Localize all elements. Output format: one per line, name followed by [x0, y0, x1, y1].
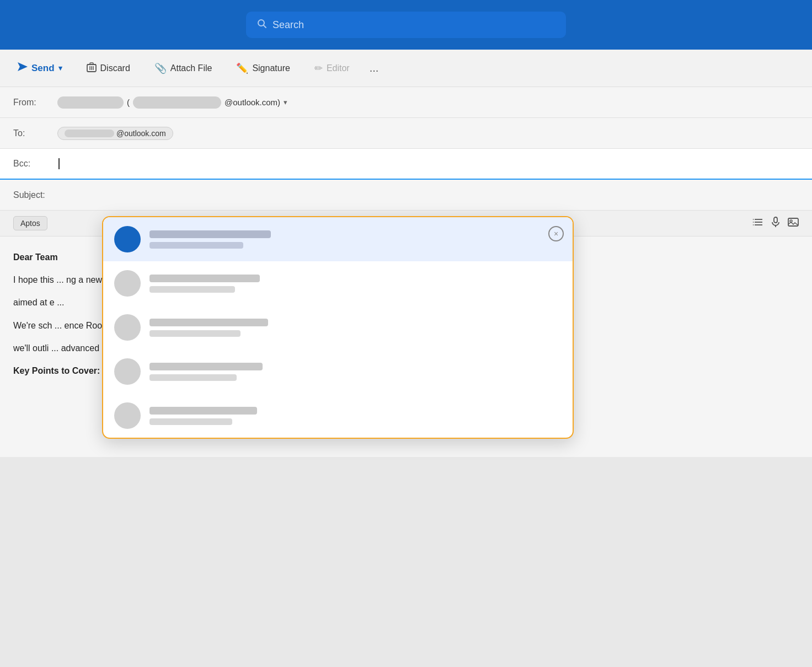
- svg-rect-5: [90, 63, 93, 64]
- to-field[interactable]: To: @outlook.com: [0, 118, 812, 149]
- to-content: @outlook.com: [57, 127, 799, 140]
- recipient-email-suffix: @outlook.com: [116, 129, 166, 138]
- send-chevron-icon[interactable]: ▾: [58, 64, 62, 72]
- recipient-chip[interactable]: @outlook.com: [57, 127, 173, 140]
- bcc-label: Bcc:: [13, 159, 57, 169]
- contact-avatar: [114, 226, 141, 252]
- toolbar: Send ▾ Discard 📎 Attach File ✏️: [0, 50, 812, 87]
- from-name-redacted: [57, 96, 124, 109]
- from-field: From: ( @outlook.com) ▾: [0, 87, 812, 118]
- from-chevron-icon[interactable]: ▾: [284, 98, 287, 106]
- contact-email-bar: [149, 374, 237, 381]
- contact-info: [149, 319, 562, 337]
- contact-info: [149, 230, 562, 249]
- subject-label: Subject:: [13, 190, 57, 200]
- image-icon[interactable]: [788, 217, 799, 230]
- contact-item[interactable]: ×: [103, 217, 573, 261]
- attach-file-label: Attach File: [170, 63, 212, 73]
- recipient-name-redacted: [65, 130, 114, 137]
- from-suffix: @outlook.com): [225, 98, 280, 107]
- font-toolbar-icons: [752, 217, 799, 230]
- contact-email-bar: [149, 418, 232, 425]
- svg-line-1: [264, 25, 266, 28]
- contact-avatar: [114, 402, 141, 429]
- from-content: ( @outlook.com) ▾: [57, 96, 799, 109]
- contact-avatar: [114, 270, 141, 297]
- bcc-field[interactable]: Bcc:: [0, 149, 812, 180]
- list-icon[interactable]: [752, 217, 763, 230]
- contact-email-bar: [149, 242, 243, 249]
- contact-email-bar: [149, 330, 241, 337]
- contact-name-bar: [149, 407, 257, 415]
- microphone-icon[interactable]: [771, 217, 780, 230]
- contact-name-bar: [149, 230, 271, 238]
- contact-item[interactable]: [103, 261, 573, 305]
- top-bar: Search: [0, 0, 812, 50]
- contact-info: [149, 363, 562, 381]
- contact-avatar: [114, 358, 141, 385]
- autocomplete-dropdown: ×: [102, 216, 574, 439]
- contact-avatar: [114, 314, 141, 341]
- contact-info: [149, 407, 562, 425]
- search-label: Search: [273, 19, 304, 31]
- from-email-redacted: [133, 96, 221, 109]
- contact-name-bar: [149, 319, 268, 326]
- search-icon: [257, 19, 267, 31]
- attach-icon: 📎: [154, 62, 167, 74]
- discard-icon: [87, 62, 97, 75]
- svg-rect-15: [774, 217, 777, 223]
- body-ellipsis-3: ...: [55, 321, 62, 330]
- close-icon: ×: [554, 229, 558, 238]
- more-button[interactable]: ...: [370, 62, 379, 74]
- contact-item[interactable]: [103, 305, 573, 349]
- contact-item[interactable]: [103, 394, 573, 438]
- contact-item[interactable]: [103, 349, 573, 394]
- editor-icon: ✏: [314, 62, 323, 74]
- body-ellipsis-1: ...: [56, 275, 63, 284]
- body-ellipsis-4: ...: [51, 343, 58, 353]
- send-icon: [18, 62, 28, 74]
- from-paren: (: [127, 98, 130, 107]
- contact-name-bar: [149, 363, 263, 370]
- signature-icon: ✏️: [236, 62, 248, 74]
- to-label: To:: [13, 128, 57, 138]
- send-button[interactable]: Send ▾: [13, 59, 67, 77]
- contact-email-bar: [149, 286, 235, 293]
- editor-label: Editor: [327, 63, 350, 73]
- bcc-cursor: [58, 158, 60, 169]
- page-wrapper: Search Send ▾: [0, 0, 812, 457]
- attach-file-button[interactable]: 📎 Attach File: [150, 59, 217, 78]
- discard-button[interactable]: Discard: [82, 58, 135, 78]
- close-button[interactable]: ×: [548, 226, 564, 241]
- body-ellipsis-2: ...: [57, 298, 64, 307]
- subject-field[interactable]: Subject:: [0, 180, 812, 211]
- search-bar[interactable]: Search: [246, 12, 566, 38]
- signature-label: Signature: [252, 63, 290, 73]
- from-label: From:: [13, 98, 57, 107]
- send-label: Send: [31, 63, 55, 74]
- discard-label: Discard: [100, 63, 130, 73]
- signature-button[interactable]: ✏️ Signature: [232, 59, 295, 78]
- contact-info: [149, 275, 562, 293]
- svg-marker-2: [18, 62, 28, 71]
- editor-button[interactable]: ✏ Editor: [310, 59, 354, 78]
- contact-name-bar: [149, 275, 260, 282]
- font-name-button[interactable]: Aptos: [13, 216, 47, 230]
